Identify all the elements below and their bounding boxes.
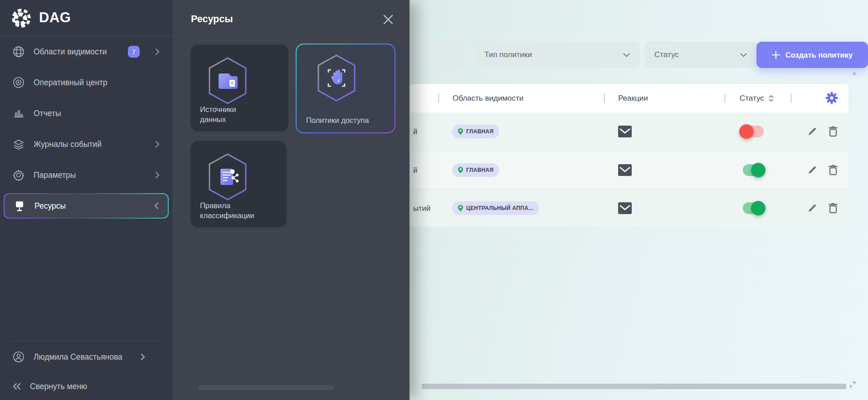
scope-badge: ГЛАВНАЯ	[452, 125, 499, 138]
scope-badge-label: ЦЕНТРАЛЬНЫЙ АППА...	[466, 205, 533, 211]
chevron-right-icon	[155, 141, 160, 148]
sidebar-item-label: Ресурсы	[34, 201, 66, 211]
scroll-down-arrow[interactable]	[852, 381, 857, 385]
resources-flyout-panel: Ресурсы Источники данных	[172, 0, 410, 400]
status-filter-dropdown[interactable]: Статус	[644, 42, 757, 68]
toggle-knob	[751, 201, 766, 215]
delete-button[interactable]	[827, 125, 839, 138]
eye-icon	[13, 77, 24, 88]
status-toggle[interactable]	[743, 164, 764, 176]
bar-chart-icon	[13, 107, 24, 119]
delete-button[interactable]	[827, 164, 839, 176]
policy-name-fragment: ытий	[413, 204, 430, 212]
sidebar-item-label: Журналы событий	[34, 140, 102, 149]
toggle-knob	[739, 124, 754, 139]
card-label: Правила классификации	[200, 201, 263, 220]
edit-button[interactable]	[806, 202, 819, 215]
policy-name-fragment: й	[413, 127, 417, 136]
user-avatar-icon	[13, 351, 24, 363]
sidebar-item-resources[interactable]: Ресурсы	[4, 193, 169, 219]
edit-button[interactable]	[806, 125, 819, 138]
email-reaction-icon	[618, 164, 632, 176]
column-separator	[439, 93, 439, 103]
app-window: Тип политики Статус Создать политику Обл…	[0, 0, 868, 400]
column-header-reactions: Реакции	[618, 84, 648, 112]
sidebar-item-label: Области видимости	[34, 47, 107, 57]
location-pin-icon	[458, 205, 463, 211]
sidebar-item-reports[interactable]: Отчеты	[0, 98, 172, 129]
create-policy-button[interactable]: Создать политику	[756, 42, 868, 68]
user-menu[interactable]: Людмила Севастьянова	[0, 341, 172, 373]
sidebar-item-label: Параметры	[34, 171, 76, 180]
globe-icon	[13, 46, 24, 58]
column-separator	[791, 93, 791, 103]
status-toggle[interactable]	[743, 202, 764, 214]
policy-name-fragment: й	[413, 166, 417, 174]
chevron-down-icon	[740, 53, 747, 57]
policy-type-dropdown[interactable]: Тип политики	[474, 42, 640, 68]
email-reaction-icon	[618, 202, 632, 214]
sidebar-item-scopes[interactable]: Области видимости 7	[0, 36, 172, 67]
sort-icon[interactable]	[769, 95, 774, 102]
column-header-scope-label: Область видимости	[453, 94, 523, 103]
scope-badge: ГЛАВНАЯ	[452, 163, 499, 177]
horizontal-scrollbar[interactable]	[422, 383, 853, 390]
chevron-left-icon	[154, 202, 159, 210]
horizontal-scrollbar-thumb[interactable]	[422, 384, 846, 389]
scope-badge-label: ГЛАВНАЯ	[466, 128, 493, 135]
column-header-reactions-label: Реакции	[618, 94, 648, 103]
toggle-knob	[751, 163, 766, 177]
edit-button[interactable]	[806, 164, 819, 176]
policies-table: Область видимости Реакции Статус	[410, 84, 848, 227]
close-icon[interactable]	[381, 13, 395, 26]
scope-badge: ЦЕНТРАЛЬНЫЙ АППА...	[452, 201, 539, 215]
location-pin-icon	[458, 167, 463, 173]
scroll-up-arrow[interactable]	[852, 72, 857, 75]
column-separator	[725, 93, 725, 103]
sidebar-nav: Области видимости 7 Оперативный центр	[0, 36, 172, 221]
column-header-status-label: Статус	[740, 94, 764, 103]
collapse-menu-label: Свернуть меню	[30, 382, 87, 391]
table-row[interactable]: ытий ЦЕНТРАЛЬНЫЙ АППА...	[410, 189, 848, 227]
chevron-right-icon	[141, 353, 145, 361]
search-filter-fragment[interactable]	[400, 42, 465, 68]
data-source-icon	[204, 56, 251, 105]
app-logo-text: DAG	[39, 10, 71, 26]
column-header-scope: Область видимости	[453, 84, 523, 112]
sidebar-bottom: Людмила Севастьянова Свернуть меню	[0, 341, 172, 400]
collapse-menu-button[interactable]: Свернуть меню	[0, 373, 172, 400]
card-label: Политики доступа	[306, 116, 388, 125]
policy-type-label: Тип политики	[484, 50, 532, 59]
resources-icon	[14, 200, 25, 212]
table-row[interactable]: й ГЛАВНАЯ	[410, 151, 848, 189]
delete-button[interactable]	[827, 202, 839, 215]
access-policy-icon	[313, 54, 360, 102]
gear-icon	[13, 169, 24, 181]
chevron-down-icon	[623, 53, 630, 57]
plus-icon	[772, 51, 780, 59]
card-label: Источники данных	[200, 105, 263, 124]
card-classification-rules[interactable]: Правила классификации	[190, 141, 287, 228]
sidebar-item-operations-center[interactable]: Оперативный центр	[0, 67, 172, 98]
table-header: Область видимости Реакции Статус	[410, 84, 848, 112]
scroll-right-arrow[interactable]	[850, 385, 853, 388]
sidebar: DAG Области видимости 7	[0, 0, 172, 400]
dag-logo-icon	[11, 7, 32, 28]
chevron-right-icon	[155, 171, 160, 179]
vertical-scrollbar[interactable]	[851, 72, 858, 385]
card-data-sources[interactable]: Источники данных	[190, 44, 288, 132]
location-pin-icon	[458, 128, 463, 135]
column-header-status[interactable]: Статус	[740, 84, 774, 112]
sidebar-item-parameters[interactable]: Параметры	[0, 160, 172, 190]
table-row[interactable]: й ГЛАВНАЯ	[410, 112, 848, 151]
sidebar-item-event-logs[interactable]: Журналы событий	[0, 129, 172, 160]
create-policy-label: Создать политику	[785, 51, 853, 59]
panel-horizontal-scrollbar[interactable]	[198, 385, 334, 390]
sidebar-item-label: Оперативный центр	[34, 78, 107, 88]
status-toggle[interactable]	[743, 126, 764, 137]
double-chevron-left-icon	[13, 383, 21, 390]
main-content: Тип политики Статус Создать политику Обл…	[410, 0, 868, 400]
panel-title: Ресурсы	[191, 14, 233, 25]
table-settings-gear-icon[interactable]	[825, 91, 839, 105]
card-access-policies[interactable]: Политики доступа	[296, 44, 395, 133]
